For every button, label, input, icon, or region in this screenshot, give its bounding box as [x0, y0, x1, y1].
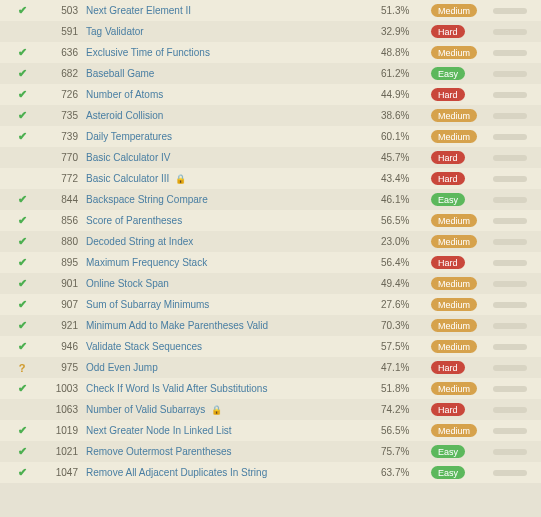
frequency-cell[interactable]: [493, 92, 541, 98]
frequency-cell[interactable]: [493, 239, 541, 245]
table-row: ✔739Daily Temperatures60.1%Medium: [0, 126, 541, 147]
title-cell: Baseball Game: [86, 68, 381, 79]
title-cell: Decoded String at Index: [86, 236, 381, 247]
status-cell: ✔: [0, 109, 44, 122]
frequency-cell[interactable]: [493, 197, 541, 203]
status-cell: ✔: [0, 4, 44, 17]
difficulty-pill: Medium: [431, 4, 477, 17]
difficulty-cell: Easy: [431, 193, 493, 206]
check-icon: ✔: [18, 67, 27, 80]
problem-link[interactable]: Check If Word Is Valid After Substitutio…: [86, 383, 267, 394]
difficulty-pill: Medium: [431, 130, 477, 143]
problem-table: ✔503Next Greater Element II51.3%Medium59…: [0, 0, 541, 483]
frequency-bar: [493, 449, 527, 455]
frequency-cell[interactable]: [493, 407, 541, 413]
problem-link[interactable]: Odd Even Jump: [86, 362, 158, 373]
check-icon: ✔: [18, 256, 27, 269]
status-cell: ✔: [0, 256, 44, 269]
table-row: 1063Number of Valid Subarrays🔒74.2%Hard: [0, 399, 541, 420]
frequency-cell[interactable]: [493, 449, 541, 455]
problem-link[interactable]: Number of Atoms: [86, 89, 163, 100]
frequency-cell[interactable]: [493, 428, 541, 434]
problem-link[interactable]: Tag Validator: [86, 26, 144, 37]
check-icon: ✔: [18, 466, 27, 479]
frequency-cell[interactable]: [493, 386, 541, 392]
frequency-cell[interactable]: [493, 113, 541, 119]
frequency-cell[interactable]: [493, 8, 541, 14]
difficulty-pill: Medium: [431, 235, 477, 248]
table-row: 591Tag Validator32.9%Hard: [0, 21, 541, 42]
problem-link[interactable]: Remove Outermost Parentheses: [86, 446, 232, 457]
frequency-bar: [493, 29, 527, 35]
problem-link[interactable]: Score of Parentheses: [86, 215, 182, 226]
status-cell: ✔: [0, 214, 44, 227]
problem-link[interactable]: Backspace String Compare: [86, 194, 208, 205]
problem-link[interactable]: Sum of Subarray Minimums: [86, 299, 209, 310]
acceptance-rate: 43.4%: [381, 173, 431, 184]
frequency-bar: [493, 470, 527, 476]
frequency-cell[interactable]: [493, 323, 541, 329]
frequency-cell[interactable]: [493, 29, 541, 35]
title-cell: Remove All Adjacent Duplicates In String: [86, 467, 381, 478]
frequency-bar: [493, 92, 527, 98]
table-row: 772Basic Calculator III🔒43.4%Hard: [0, 168, 541, 189]
frequency-cell[interactable]: [493, 365, 541, 371]
table-row: ✔1021Remove Outermost Parentheses75.7%Ea…: [0, 441, 541, 462]
problem-link[interactable]: Online Stock Span: [86, 278, 169, 289]
difficulty-pill: Easy: [431, 193, 465, 206]
problem-link[interactable]: Decoded String at Index: [86, 236, 193, 247]
frequency-cell[interactable]: [493, 344, 541, 350]
problem-link[interactable]: Next Greater Element II: [86, 5, 191, 16]
frequency-cell[interactable]: [493, 50, 541, 56]
problem-link[interactable]: Basic Calculator III: [86, 173, 169, 184]
problem-link[interactable]: Maximum Frequency Stack: [86, 257, 207, 268]
table-row: ?975Odd Even Jump47.1%Hard: [0, 357, 541, 378]
check-icon: ✔: [18, 130, 27, 143]
status-cell: ✔: [0, 235, 44, 248]
problem-link[interactable]: Remove All Adjacent Duplicates In String: [86, 467, 267, 478]
acceptance-rate: 45.7%: [381, 152, 431, 163]
problem-link[interactable]: Daily Temperatures: [86, 131, 172, 142]
frequency-cell[interactable]: [493, 302, 541, 308]
difficulty-cell: Medium: [431, 340, 493, 353]
problem-id: 1003: [44, 383, 86, 394]
difficulty-cell: Medium: [431, 130, 493, 143]
frequency-cell[interactable]: [493, 134, 541, 140]
acceptance-rate: 47.1%: [381, 362, 431, 373]
frequency-cell[interactable]: [493, 470, 541, 476]
frequency-bar: [493, 134, 527, 140]
lock-icon: 🔒: [175, 174, 186, 184]
difficulty-cell: Medium: [431, 214, 493, 227]
status-cell: ✔: [0, 67, 44, 80]
problem-id: 946: [44, 341, 86, 352]
problem-link[interactable]: Minimum Add to Make Parentheses Valid: [86, 320, 268, 331]
status-cell: ✔: [0, 319, 44, 332]
problem-link[interactable]: Asteroid Collision: [86, 110, 163, 121]
problem-link[interactable]: Baseball Game: [86, 68, 154, 79]
acceptance-rate: 44.9%: [381, 89, 431, 100]
difficulty-pill: Hard: [431, 151, 465, 164]
title-cell: Score of Parentheses: [86, 215, 381, 226]
title-cell: Next Greater Node In Linked List: [86, 425, 381, 436]
difficulty-cell: Medium: [431, 319, 493, 332]
problem-id: 503: [44, 5, 86, 16]
difficulty-cell: Medium: [431, 277, 493, 290]
frequency-cell[interactable]: [493, 218, 541, 224]
acceptance-rate: 70.3%: [381, 320, 431, 331]
problem-link[interactable]: Number of Valid Subarrays: [86, 404, 205, 415]
problem-link[interactable]: Validate Stack Sequences: [86, 341, 202, 352]
frequency-cell[interactable]: [493, 260, 541, 266]
frequency-cell[interactable]: [493, 71, 541, 77]
frequency-cell[interactable]: [493, 281, 541, 287]
table-row: ✔682Baseball Game61.2%Easy: [0, 63, 541, 84]
problem-link[interactable]: Next Greater Node In Linked List: [86, 425, 232, 436]
acceptance-rate: 46.1%: [381, 194, 431, 205]
check-icon: ✔: [18, 445, 27, 458]
difficulty-cell: Easy: [431, 67, 493, 80]
check-icon: ✔: [18, 382, 27, 395]
problem-link[interactable]: Basic Calculator IV: [86, 152, 170, 163]
difficulty-pill: Hard: [431, 25, 465, 38]
frequency-cell[interactable]: [493, 176, 541, 182]
problem-link[interactable]: Exclusive Time of Functions: [86, 47, 210, 58]
frequency-cell[interactable]: [493, 155, 541, 161]
